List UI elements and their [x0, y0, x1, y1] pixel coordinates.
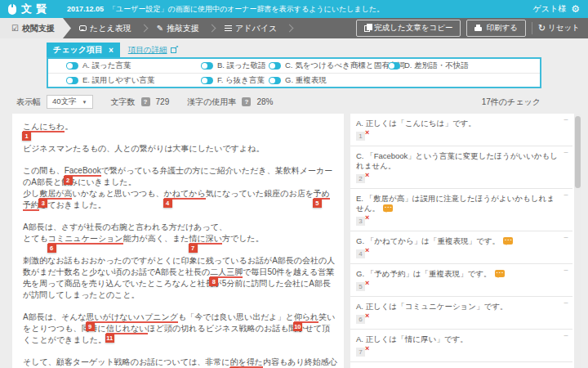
issue-badge[interactable]: 1 — [22, 132, 31, 141]
comment-bubble-icon[interactable] — [503, 237, 513, 245]
check-item-label: B. 誤った敬語 — [217, 61, 266, 71]
issue-badge[interactable]: 8 — [209, 277, 218, 286]
check-result-item[interactable]: −A. 正しくは「情に厚い」です。7× — [350, 330, 572, 362]
toggle-on-icon[interactable] — [269, 77, 281, 84]
marked-text[interactable]: こんにちわ1 — [23, 122, 65, 132]
tab-たとえ表現[interactable]: たとえ表現 — [71, 23, 140, 34]
scrollbar-thumb[interactable] — [575, 116, 581, 188]
toggle-on-icon[interactable] — [66, 77, 78, 84]
check-toggle-E[interactable]: E. 誤用しやすい言葉 — [66, 75, 201, 86]
issue-badge[interactable]: 5 — [313, 199, 322, 208]
width-label: 表示幅 — [16, 96, 41, 108]
issue-badge[interactable]: 9 — [86, 322, 95, 331]
collapse-minus-icon[interactable]: − — [564, 148, 568, 158]
dismiss-x-icon[interactable]: × — [365, 312, 369, 320]
check-item-label: E. 誤用しやすい言葉 — [82, 75, 155, 86]
marked-text[interactable]: 二人三脚8 — [210, 267, 243, 278]
tab-校閲支援[interactable]: 校閲支援 — [0, 18, 71, 38]
issue-badge[interactable]: 2 — [64, 176, 73, 185]
comment-bubble-icon[interactable] — [383, 204, 393, 212]
collapse-minus-icon[interactable]: − — [564, 115, 568, 125]
marked-text[interactable]: 仰られ10 — [294, 312, 318, 323]
copy-result-button[interactable]: 完成した文章をコピー — [356, 20, 461, 37]
check-result-item[interactable]: −D. 「二人三脚」は「差別語」や「不快語」と捉えられる可能性があります。8× — [350, 362, 572, 368]
check-toggle-D[interactable]: D. 差別語・不快語 — [388, 61, 469, 71]
toggle-on-icon[interactable] — [201, 77, 213, 84]
help-icon[interactable]: ? — [141, 97, 150, 106]
print-button[interactable]: 印刷する — [466, 20, 525, 37]
toggle-on-icon[interactable] — [66, 62, 78, 70]
check-result-item[interactable]: −G. 「かねてから」は「重複表現」です。4× — [350, 231, 572, 264]
issue-number-badge: 6 — [356, 315, 365, 324]
check-toggle-G[interactable]: G. 重複表現 — [269, 75, 388, 86]
collapse-minus-icon[interactable]: − — [564, 331, 568, 341]
check-toggle-B[interactable]: B. 誤った敬語 — [201, 61, 269, 71]
check-toggle-F[interactable]: F. ら抜き言葉 — [201, 75, 269, 86]
scrollbar-track[interactable] — [574, 114, 581, 368]
badge-row: 1× — [356, 131, 558, 141]
document-editor[interactable]: こんにちわ1。ビジネスマンたるもの、人との繋がりは大事にしたいですよね。この間も… — [12, 114, 344, 368]
gear-icon[interactable]: ⚙ — [571, 4, 580, 14]
marked-text[interactable]: 思いがけないハプニング9 — [87, 312, 178, 323]
marked-text[interactable]: 信じれない11 — [106, 324, 148, 334]
reset-icon: ↻ — [538, 24, 546, 33]
issue-badge[interactable]: 3 — [38, 199, 47, 208]
reset-button[interactable]: ↻ リセット — [538, 23, 580, 34]
char-count-label: 文字数 — [111, 96, 136, 108]
marked-text[interactable]: コミニュケーション6 — [48, 234, 123, 245]
collapse-minus-icon[interactable]: − — [564, 266, 568, 276]
dismiss-x-icon[interactable]: × — [365, 171, 369, 179]
issue-badge[interactable]: 7 — [189, 244, 198, 253]
check-toggle-C[interactable]: C. 気をつけるべき商標と固有名詞 — [269, 61, 388, 71]
help-icon[interactable]: ? — [242, 97, 251, 106]
tab-label: 推敲支援 — [167, 23, 199, 34]
collapse-minus-icon[interactable]: − — [564, 191, 568, 200]
width-select[interactable]: 40文字 ▼ — [47, 95, 93, 109]
tab-アドバイス[interactable]: アドバイス — [216, 23, 285, 34]
marked-text[interactable]: FaceBook2 — [65, 166, 101, 177]
marked-text[interactable]: 敷居が高3 — [39, 189, 72, 200]
check-item-label: A. 誤った言葉 — [82, 61, 131, 71]
item-details-link[interactable]: 項目の詳細 — [128, 45, 176, 57]
dismiss-x-icon[interactable]: × — [365, 128, 369, 137]
dismiss-x-icon[interactable]: × — [365, 344, 369, 352]
printer-icon — [474, 27, 482, 31]
check-items-row-2: E. 誤用しやすい言葉F. ら抜き言葉G. 重複表現 — [48, 73, 540, 87]
badge-row: 4× — [356, 249, 558, 258]
dismiss-x-icon[interactable]: × — [365, 246, 369, 254]
copy-icon — [364, 25, 370, 32]
check-result-item[interactable]: −E. 「敷居が高」は誤用に注意したほうがよいかもしれません。3× — [350, 189, 572, 231]
check-result-item[interactable]: −C. 「Facebook」という言葉に変更したほうがいいかもしれません。2× — [350, 146, 572, 189]
marked-text[interactable]: 情に深い7 — [189, 234, 222, 245]
issue-number-badge: 1 — [356, 132, 365, 141]
checkbox-icon — [11, 24, 19, 33]
close-icon[interactable]: × — [109, 46, 114, 55]
badge-row: 6× — [356, 314, 558, 324]
comment-bubble-icon[interactable] — [495, 270, 505, 277]
check-result-text: G. 「かねてから」は「重複表現」です。 — [356, 236, 558, 246]
check-items-tab[interactable]: チェック項目 × — [47, 43, 120, 57]
collapse-minus-icon[interactable]: − — [564, 364, 568, 368]
issue-badge[interactable]: 10 — [293, 322, 302, 331]
paragraph: そして、顧客ターゲット戦略のお話については、非常に的を得た12内容もあり終始感心… — [23, 357, 337, 368]
toggle-on-icon[interactable] — [388, 62, 400, 70]
tab-推敲支援[interactable]: 推敲支援 — [149, 23, 207, 34]
dismiss-x-icon[interactable]: × — [365, 279, 369, 287]
check-result-item[interactable]: −A. 正しくは「コミュニケーション」です。6× — [350, 297, 572, 330]
check-result-item[interactable]: −G. 「予め予約」は「重複表現」です。5× — [350, 264, 572, 297]
marked-text[interactable]: 的を得た12 — [230, 357, 263, 368]
issue-badge[interactable]: 6 — [47, 244, 56, 253]
toggle-on-icon[interactable] — [269, 62, 281, 70]
collapse-minus-icon[interactable]: − — [564, 233, 568, 243]
dismiss-x-icon[interactable]: × — [365, 213, 369, 222]
check-result-item[interactable]: −A. 正しくは「こんにちは」です。1× — [350, 114, 572, 146]
check-toggle-A[interactable]: A. 誤った言葉 — [66, 61, 201, 71]
collapse-minus-icon[interactable]: − — [564, 298, 568, 308]
issue-badge[interactable]: 4 — [163, 199, 172, 208]
tab-label: たとえ表現 — [90, 23, 131, 34]
tab-label: 校閲支援 — [22, 23, 55, 34]
marked-text[interactable]: かねてから4 — [164, 189, 206, 200]
issue-badge[interactable]: 11 — [105, 334, 114, 343]
toggle-on-icon[interactable] — [201, 62, 213, 70]
check-result-text: A. 正しくは「情に厚い」です。 — [356, 334, 558, 344]
